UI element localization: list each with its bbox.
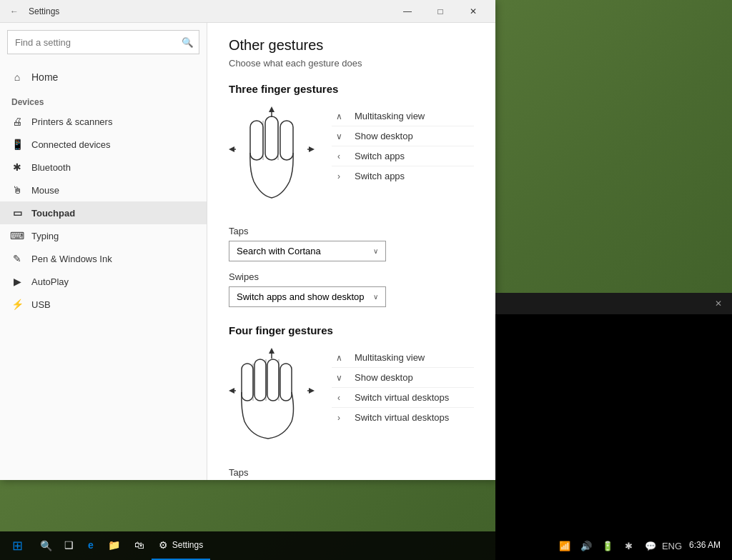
chevron-right-icon: › bbox=[332, 171, 346, 181]
taskbar-search-button[interactable]: 🔍 bbox=[34, 531, 57, 560]
svg-rect-8 bbox=[280, 121, 293, 160]
sidebar-item-usb[interactable]: ⚡ USB bbox=[0, 293, 207, 316]
usb-icon: ⚡ bbox=[11, 299, 23, 310]
minimize-button[interactable]: — bbox=[391, 0, 424, 23]
svg-rect-19 bbox=[267, 359, 279, 401]
four-finger-switch-right: › Switch virtual desktops bbox=[332, 408, 474, 427]
back-button[interactable]: ← bbox=[6, 3, 23, 20]
taps-dropdown[interactable]: Search with Cortana ∨ bbox=[229, 241, 386, 261]
search-input[interactable] bbox=[8, 33, 176, 52]
connected-icon: 📱 bbox=[11, 139, 23, 150]
black-window-close[interactable]: ✕ bbox=[708, 294, 729, 313]
action-center-icon[interactable]: 💬 bbox=[640, 533, 661, 559]
four-switch-desktops-right-label: Switch virtual desktops bbox=[355, 412, 449, 423]
window-title: Settings bbox=[29, 6, 59, 16]
battery-icon-button[interactable]: 🔋 bbox=[598, 533, 618, 559]
window-body: 🔍 ⌂ Home Devices 🖨 Printers & scanners 📱… bbox=[0, 23, 495, 480]
page-heading: Other gestures bbox=[229, 37, 474, 54]
swipes-dropdown[interactable]: Switch apps and show desktop ∨ bbox=[229, 286, 386, 307]
title-bar: ← Settings — □ ✕ bbox=[0, 0, 495, 23]
gesture-option-multitasking: ∧ Multitasking view bbox=[332, 106, 474, 126]
taps-dropdown-value: Search with Cortana bbox=[237, 246, 321, 256]
mouse-label: Mouse bbox=[31, 185, 59, 196]
sidebar-item-touchpad[interactable]: ▭ Touchpad bbox=[0, 201, 207, 224]
start-button[interactable]: ⊞ bbox=[0, 531, 34, 560]
sidebar-item-pen[interactable]: ✎ Pen & Windows Ink bbox=[0, 247, 207, 270]
four-finger-section: Four finger gestures bbox=[229, 324, 474, 480]
four-chevron-right-icon: › bbox=[332, 413, 346, 423]
mouse-icon: 🖱 bbox=[11, 184, 23, 196]
show-desktop-label: Show desktop bbox=[355, 131, 413, 141]
four-finger-options: ∧ Multitasking view ∨ Show desktop ‹ Swi… bbox=[332, 348, 474, 427]
settings-icon: ⚙ bbox=[159, 539, 168, 551]
svg-rect-6 bbox=[250, 121, 263, 160]
title-bar-left: ← Settings bbox=[6, 3, 59, 20]
language-label: ENG bbox=[662, 541, 682, 551]
usb-label: USB bbox=[31, 299, 51, 310]
taskbar-settings[interactable]: ⚙ Settings bbox=[152, 531, 210, 560]
pen-icon: ✎ bbox=[11, 253, 23, 264]
autoplay-icon: ▶ bbox=[11, 276, 23, 287]
swipes-label: Swipes bbox=[229, 271, 474, 282]
typing-label: Typing bbox=[31, 231, 59, 241]
taskbar: ⊞ 🔍 ❑ e 📁 🛍 ⚙ Settings 📶 🔊 🔋 ✱ 💬 ENG 6:3… bbox=[0, 531, 732, 560]
sidebar-item-typing[interactable]: ⌨ Typing bbox=[0, 224, 207, 247]
search-icon-button[interactable]: 🔍 bbox=[176, 31, 199, 54]
sidebar-item-autoplay[interactable]: ▶ AutoPlay bbox=[0, 270, 207, 293]
page-subtitle: Choose what each gesture does bbox=[229, 58, 474, 69]
switch-apps-left-label: Switch apps bbox=[355, 151, 405, 161]
swipes-dropdown-arrow: ∨ bbox=[373, 293, 378, 301]
gesture-option-show-desktop: ∨ Show desktop bbox=[332, 126, 474, 146]
taskbar-clock[interactable]: 6:36 AM bbox=[683, 540, 726, 551]
sidebar-item-mouse[interactable]: 🖱 Mouse bbox=[0, 179, 207, 201]
taskview-icon: ❑ bbox=[64, 539, 74, 551]
sidebar-item-home[interactable]: ⌂ Home bbox=[0, 66, 207, 89]
store-icon: 🛍 bbox=[134, 539, 144, 551]
taskbar-right: 📶 🔊 🔋 ✱ 💬 ENG 6:36 AM bbox=[555, 533, 732, 559]
network-icon-button[interactable]: 📶 bbox=[555, 533, 575, 559]
touchpad-icon: ▭ bbox=[11, 207, 23, 219]
bluetooth-label: Bluetooth bbox=[31, 162, 71, 173]
language-button[interactable]: ENG bbox=[662, 533, 682, 559]
four-finger-multitasking: ∧ Multitasking view bbox=[332, 348, 474, 368]
three-finger-gesture-row: ∧ Multitasking view ∨ Show desktop ‹ Swi… bbox=[229, 106, 474, 216]
swipes-dropdown-value: Switch apps and show desktop bbox=[237, 291, 365, 302]
taskbar-taskview[interactable]: ❑ bbox=[57, 531, 81, 560]
four-finger-gesture-row: ∧ Multitasking view ∨ Show desktop ‹ Swi… bbox=[229, 348, 474, 457]
bluetooth-taskbar-icon[interactable]: ✱ bbox=[619, 533, 639, 559]
chevron-left-icon: ‹ bbox=[332, 151, 346, 161]
taskbar-edge[interactable]: e bbox=[81, 531, 101, 560]
svg-rect-7 bbox=[265, 116, 278, 160]
four-finger-switch-left: ‹ Switch virtual desktops bbox=[332, 388, 474, 408]
sidebar: 🔍 ⌂ Home Devices 🖨 Printers & scanners 📱… bbox=[0, 23, 207, 480]
switch-apps-right-label: Switch apps bbox=[355, 171, 405, 181]
sidebar-item-bluetooth[interactable]: ✱ Bluetooth bbox=[0, 156, 207, 179]
taps-row: Taps Search with Cortana ∨ bbox=[229, 226, 474, 261]
taskbar-explorer[interactable]: 📁 bbox=[101, 531, 127, 560]
svg-marker-1 bbox=[269, 106, 274, 112]
four-finger-show-desktop: ∨ Show desktop bbox=[332, 368, 474, 388]
sidebar-item-printers[interactable]: 🖨 Printers & scanners bbox=[0, 110, 207, 133]
black-window-titlebar: ✕ bbox=[495, 293, 732, 314]
four-chevron-up-icon: ∧ bbox=[332, 353, 346, 363]
four-taps-label: Taps bbox=[229, 467, 474, 478]
connected-label: Connected devices bbox=[31, 139, 111, 150]
maximize-button[interactable]: □ bbox=[424, 0, 457, 23]
close-button[interactable]: ✕ bbox=[457, 0, 490, 23]
svg-marker-3 bbox=[229, 146, 234, 152]
search-box[interactable]: 🔍 bbox=[7, 30, 199, 54]
sidebar-item-connected[interactable]: 📱 Connected devices bbox=[0, 133, 207, 156]
svg-marker-5 bbox=[309, 146, 315, 152]
taps-label: Taps bbox=[229, 226, 474, 236]
three-finger-title: Three finger gestures bbox=[229, 83, 474, 95]
four-finger-title: Four finger gestures bbox=[229, 324, 474, 336]
svg-rect-20 bbox=[280, 364, 292, 401]
chevron-down-icon: ∨ bbox=[332, 131, 346, 141]
explorer-icon: 📁 bbox=[108, 539, 120, 551]
three-finger-image bbox=[229, 106, 315, 216]
volume-icon-button[interactable]: 🔊 bbox=[576, 533, 596, 559]
sidebar-section-devices: Devices bbox=[0, 89, 207, 110]
four-switch-desktops-left-label: Switch virtual desktops bbox=[355, 392, 449, 403]
typing-icon: ⌨ bbox=[11, 230, 23, 241]
taskbar-store[interactable]: 🛍 bbox=[127, 531, 152, 560]
